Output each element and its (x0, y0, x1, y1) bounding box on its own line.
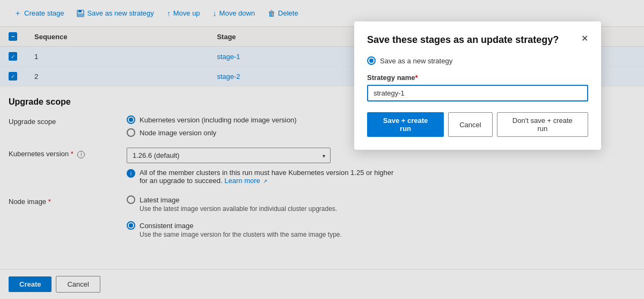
modal-title: Save these stages as an update strategy? (367, 34, 581, 46)
dont-save-create-run-button[interactable]: Don't save + create run (497, 112, 588, 137)
modal-footer: Save + create run Cancel Don't save + cr… (367, 112, 588, 137)
modal-body: Save as a new strategy Strategy name* (367, 56, 588, 101)
modal-radio-button[interactable] (367, 56, 376, 65)
strategy-name-field-group: Strategy name* (367, 74, 588, 101)
strategy-name-input[interactable] (367, 85, 588, 101)
save-create-run-button[interactable]: Save + create run (367, 112, 444, 137)
strategy-name-required-star: * (415, 74, 418, 82)
strategy-name-label: Strategy name* (367, 74, 588, 82)
modal-header: Save these stages as an update strategy?… (367, 34, 588, 46)
modal-radio-item[interactable]: Save as a new strategy (367, 56, 588, 65)
modal-dialog: Save these stages as an update strategy?… (354, 21, 601, 150)
modal-close-button[interactable]: ✕ (581, 34, 588, 43)
modal-cancel-button[interactable]: Cancel (448, 112, 492, 137)
modal-radio-label: Save as a new strategy (380, 57, 452, 65)
